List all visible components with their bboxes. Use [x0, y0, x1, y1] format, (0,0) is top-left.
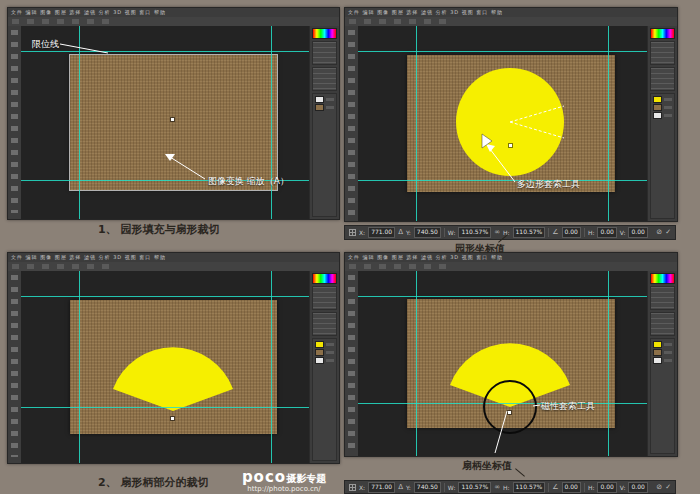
layer-label [664, 343, 672, 346]
w-input[interactable]: 110.57% [458, 482, 491, 493]
guide-vertical[interactable] [416, 271, 417, 456]
canvas-area[interactable] [21, 271, 309, 463]
angle-input[interactable]: 0.00 [562, 227, 581, 238]
delta-icon[interactable]: Δ [398, 229, 403, 236]
layer-thumbnail [653, 96, 662, 103]
adjustments-panel[interactable] [312, 41, 337, 65]
guide-horizontal[interactable] [358, 51, 647, 52]
layer-thumbnail [315, 357, 324, 364]
angle-input[interactable]: 0.00 [562, 482, 581, 493]
guide-vertical[interactable] [608, 26, 609, 221]
v-skew-input[interactable]: 0.00 [628, 482, 647, 493]
reference-point-icon[interactable] [349, 229, 356, 236]
v-skew-input[interactable]: 0.00 [628, 227, 647, 238]
canvas-area[interactable] [358, 26, 647, 221]
guide-vertical[interactable] [79, 271, 80, 463]
tools-panel[interactable] [8, 26, 22, 219]
history-panel[interactable] [312, 312, 337, 336]
h-input[interactable]: 110.57% [513, 227, 546, 238]
layer-row[interactable] [653, 112, 672, 118]
x-input[interactable]: 771.00 [368, 482, 395, 493]
color-spectrum-panel[interactable] [312, 28, 337, 39]
tools-panel[interactable] [345, 271, 359, 456]
guide-vertical[interactable] [271, 26, 272, 219]
guide-vertical[interactable] [79, 26, 80, 219]
canvas-area[interactable] [21, 26, 309, 219]
layer-row[interactable] [653, 341, 672, 347]
center-point-marker [508, 411, 511, 414]
adjustments-panel[interactable] [650, 41, 675, 65]
layer-row[interactable] [653, 357, 672, 363]
adjustments-panel[interactable] [650, 286, 675, 310]
h-skew-input[interactable]: 0.00 [597, 482, 616, 493]
layer-thumbnail [315, 349, 324, 356]
w-label: W: [448, 484, 456, 491]
layers-panel[interactable] [650, 338, 675, 454]
tools-panel[interactable] [8, 271, 22, 463]
h-skew-input[interactable]: 0.00 [597, 227, 616, 238]
commit-icon[interactable]: ✓ [665, 484, 671, 491]
photoshop-window-top-right: 文件 编辑 图像 图层 选择 滤镜 分析 3D 视图 窗口 帮助 [344, 7, 678, 222]
layer-row[interactable] [653, 349, 672, 355]
photoshop-window-top-left: 文件 编辑 图像 图层 选择 滤镜 分析 3D 视图 窗口 帮助 限位线 图像变… [7, 7, 340, 220]
reference-point-icon[interactable] [349, 484, 356, 491]
cancel-icon[interactable]: ⊘ [656, 484, 662, 491]
h-input[interactable]: 110.57% [513, 482, 546, 493]
guide-vertical[interactable] [608, 271, 609, 456]
separator [444, 483, 445, 492]
photoshop-window-bottom-left: 文件 编辑 图像 图层 选择 滤镜 分析 3D 视图 窗口 帮助 [7, 252, 340, 464]
layer-row[interactable] [315, 349, 334, 355]
guide-horizontal[interactable] [21, 407, 309, 408]
adjustments-panel[interactable] [312, 286, 337, 310]
panels-column[interactable] [647, 26, 677, 221]
layer-row[interactable] [315, 341, 334, 347]
layer-row[interactable] [315, 104, 334, 110]
panels-column[interactable] [309, 26, 339, 219]
color-spectrum-panel[interactable] [650, 273, 675, 284]
layer-row[interactable] [653, 96, 672, 102]
guide-vertical[interactable] [416, 26, 417, 221]
layer-row[interactable] [315, 357, 334, 363]
guide-vertical[interactable] [271, 271, 272, 463]
layer-thumbnail [653, 104, 662, 111]
history-panel[interactable] [312, 67, 337, 91]
transform-options-bar-bottom: X: 771.00 Δ Y: 740.50 W: 110.57% ∞ H: 11… [344, 480, 676, 494]
h-skew-label: H: [588, 484, 595, 491]
layer-label [664, 98, 672, 101]
layer-label [664, 106, 672, 109]
layer-thumbnail [653, 112, 662, 119]
history-panel[interactable] [650, 312, 675, 336]
layer-row[interactable] [315, 96, 334, 102]
angle-icon: ∠ [552, 484, 558, 491]
color-spectrum-panel[interactable] [312, 273, 337, 284]
panels-column[interactable] [647, 271, 677, 456]
layer-label [664, 114, 672, 117]
layer-row[interactable] [653, 104, 672, 110]
link-icon[interactable]: ∞ [494, 484, 500, 491]
caption-step1: 1、 园形填充与扇形裁切 [98, 222, 219, 237]
document-canvas[interactable] [70, 55, 277, 190]
guide-horizontal[interactable] [21, 296, 309, 297]
y-input[interactable]: 740.50 [414, 482, 441, 493]
layer-label [664, 351, 672, 354]
delta-icon[interactable]: Δ [398, 484, 403, 491]
tools-panel[interactable] [345, 26, 359, 221]
guide-horizontal[interactable] [358, 180, 647, 181]
x-input[interactable]: 771.00 [368, 227, 395, 238]
guide-horizontal[interactable] [358, 296, 647, 297]
layers-panel[interactable] [312, 338, 337, 461]
cancel-icon[interactable]: ⊘ [656, 229, 662, 236]
commit-icon[interactable]: ✓ [665, 229, 671, 236]
poco-logo: poco摄影专题 http://photo.poco.cn/ [228, 468, 340, 493]
w-input[interactable]: 110.57% [458, 227, 491, 238]
canvas-area[interactable] [358, 271, 647, 456]
link-icon[interactable]: ∞ [494, 229, 500, 236]
history-panel[interactable] [650, 67, 675, 91]
layers-panel[interactable] [312, 93, 337, 217]
layers-panel[interactable] [650, 93, 675, 219]
annotation-magnetic-lasso: 磁性套索工具 [541, 400, 595, 413]
panels-column[interactable] [309, 271, 339, 463]
color-spectrum-panel[interactable] [650, 28, 675, 39]
y-input[interactable]: 740.50 [414, 227, 441, 238]
guide-horizontal[interactable] [21, 51, 309, 52]
